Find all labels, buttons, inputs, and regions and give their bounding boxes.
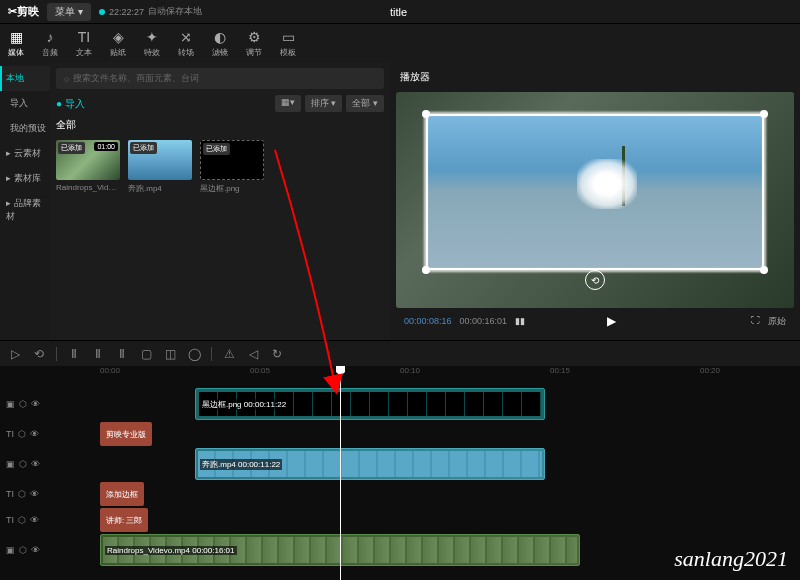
sidebar-item-brand[interactable]: ▸ 品牌素材 (0, 191, 50, 229)
track-head[interactable]: ▣⬡👁 (0, 459, 60, 469)
effect-icon: ✦ (144, 29, 160, 45)
tool-effect[interactable]: ✦特效 (144, 29, 160, 58)
sticker-icon: ◈ (110, 29, 126, 45)
sort-button[interactable]: 排序 ▾ (305, 95, 343, 112)
lock-icon[interactable]: ▣ (6, 399, 15, 409)
sidebar-item-cloud[interactable]: ▸ 云素材 (0, 141, 50, 166)
timeline-text-clip[interactable]: 讲师: 三郎 (100, 508, 148, 532)
filter-icon: ◐ (212, 29, 228, 45)
time-current: 00:00:08:16 (404, 316, 452, 326)
resize-handle[interactable] (422, 110, 430, 118)
search-icon: ○ (64, 74, 69, 84)
visibility-icon[interactable]: ⬡ (19, 399, 27, 409)
track-head[interactable]: ▣⬡👁 (0, 545, 60, 555)
freeze-tool[interactable]: ⚠ (222, 347, 236, 361)
select-tool[interactable]: ▷ (8, 347, 22, 361)
sidebar-item-preset[interactable]: 我的预设 (0, 116, 50, 141)
media-thumb[interactable]: 已添加01:00 Raindrops_Videvo.mp4 (56, 140, 120, 194)
preview-viewport[interactable]: ⟲ (396, 92, 794, 308)
timeline-text-clip[interactable]: 剪映专业版 (100, 422, 152, 446)
mirror-tool[interactable]: ◁ (246, 347, 260, 361)
filter-button[interactable]: 全部 ▾ (346, 95, 384, 112)
crop-tool[interactable]: ◫ (163, 347, 177, 361)
timeline-toolbar: ▷ ⟲ Ⅱ Ⅱ Ⅱ ▢ ◫ ◯ ⚠ ◁ ↻ (0, 340, 800, 366)
split-tool[interactable]: Ⅱ (67, 347, 81, 361)
tool-filter[interactable]: ◐滤镜 (212, 29, 228, 58)
tab-all[interactable]: 全部 (56, 118, 384, 132)
tool-sticker[interactable]: ◈贴纸 (110, 29, 126, 58)
player-title: 播放器 (396, 68, 794, 86)
transition-icon: ⤨ (178, 29, 194, 45)
scrub-indicator[interactable]: ▮▮ (515, 316, 535, 326)
resize-handle[interactable] (760, 110, 768, 118)
selection-frame[interactable] (426, 114, 764, 270)
ratio-button[interactable]: 原始 (768, 315, 786, 328)
watermark: sanlang2021 (674, 546, 788, 572)
app-logo: ✂剪映 (8, 4, 39, 19)
record-tool[interactable]: ◯ (187, 347, 201, 361)
track-head[interactable]: TI⬡👁 (0, 429, 60, 439)
timeline-clip-border[interactable]: 黑边框.png 00:00:11:22 (195, 388, 545, 420)
search-input[interactable]: ○搜索文件名称、画面元素、台词 (56, 68, 384, 89)
rotate-tool[interactable]: ↻ (270, 347, 284, 361)
import-button[interactable]: ● 导入 (56, 97, 85, 111)
media-icon: ▦ (8, 29, 24, 45)
main-toolbar: ▦媒体 ♪音频 TI文本 ◈贴纸 ✦特效 ⤨转场 ◐滤镜 ⚙调节 ▭模板 (0, 24, 800, 62)
cut-tool[interactable]: ⟲ (32, 347, 46, 361)
split-right[interactable]: Ⅱ (115, 347, 129, 361)
split-left[interactable]: Ⅱ (91, 347, 105, 361)
tool-adjust[interactable]: ⚙调节 (246, 29, 262, 58)
media-thumb[interactable]: 已添加 奔跑.mp4 (128, 140, 192, 194)
template-icon: ▭ (280, 29, 296, 45)
tool-audio[interactable]: ♪音频 (42, 29, 58, 58)
resize-handle[interactable] (422, 266, 430, 274)
adjust-icon: ⚙ (246, 29, 262, 45)
audio-icon: ♪ (42, 29, 58, 45)
tool-transition[interactable]: ⤨转场 (178, 29, 194, 58)
play-button[interactable]: ▶ (607, 314, 616, 328)
tool-template[interactable]: ▭模板 (280, 29, 296, 58)
mute-icon[interactable]: 👁 (31, 399, 40, 409)
sidebar-item-library[interactable]: ▸ 素材库 (0, 166, 50, 191)
delete-tool[interactable]: ▢ (139, 347, 153, 361)
timeline-clip-video[interactable]: 奔跑.mp4 00:00:11:22 (195, 448, 545, 480)
track-head[interactable]: TI⬡👁 (0, 489, 60, 499)
project-title: title (390, 6, 407, 18)
view-toggle[interactable]: ▦▾ (275, 95, 301, 112)
autosave-status: 22:22:27 自动保存本地 (99, 5, 202, 18)
sidebar-item-import[interactable]: 导入 (0, 91, 50, 116)
timeline-text-clip[interactable]: 添加边框 (100, 482, 144, 506)
media-sidebar: 本地 导入 我的预设 ▸ 云素材 ▸ 素材库 ▸ 品牌素材 (0, 62, 50, 340)
media-thumb[interactable]: 已添加 黑边框.png (200, 140, 264, 194)
time-duration: 00:00:16:01 (460, 316, 508, 326)
resize-handle[interactable] (760, 266, 768, 274)
reset-transform-button[interactable]: ⟲ (585, 270, 605, 290)
timeline-ruler[interactable]: 00:00 00:05 00:10 00:15 00:20 (60, 366, 800, 384)
tool-text[interactable]: TI文本 (76, 29, 92, 58)
fullscreen-button[interactable]: ⛶ (751, 315, 760, 328)
text-icon: TI (76, 29, 92, 45)
menu-button[interactable]: 菜单 ▾ (47, 3, 91, 21)
track-head[interactable]: TI⬡👁 (0, 515, 60, 525)
sidebar-item-local[interactable]: 本地 (0, 66, 50, 91)
playhead[interactable] (340, 366, 341, 580)
tool-media[interactable]: ▦媒体 (8, 29, 24, 58)
track-head[interactable]: ▣⬡👁 (0, 399, 60, 409)
